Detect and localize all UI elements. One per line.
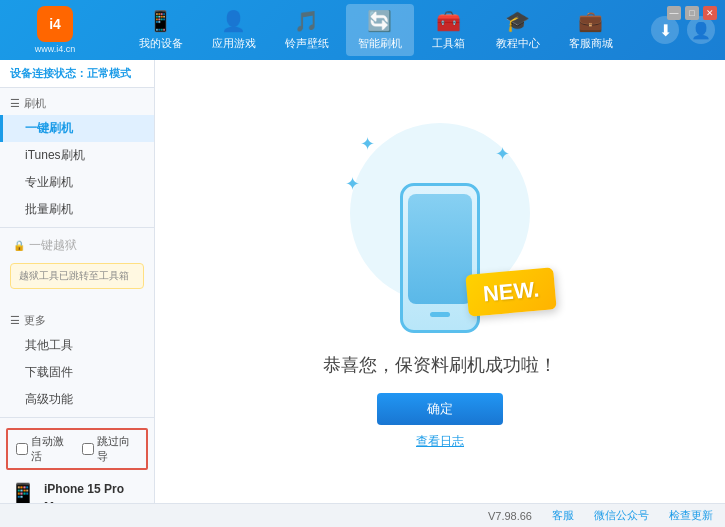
sidebar-bottom: 自动激活 跳过向导 📱 iPhone 15 Pro Max 512GB iPho… xyxy=(0,417,154,503)
status-bar: 设备连接状态：正常模式 xyxy=(0,60,154,88)
nav-smart-flash[interactable]: 🔄 智能刷机 xyxy=(346,4,414,56)
confirm-button[interactable]: 确定 xyxy=(377,393,503,425)
phone-home-button xyxy=(430,312,450,317)
logo-icon: i4 xyxy=(37,6,73,42)
my-device-icon: 📱 xyxy=(148,9,173,33)
main-layout: 设备连接状态：正常模式 ☰ 刷机 一键刷机 iTunes刷机 专业刷机 批量刷机 xyxy=(0,60,725,503)
apps-icon: 👤 xyxy=(221,9,246,33)
sidebar-divider-1 xyxy=(0,227,154,228)
sidebar-jailbreak: 🔒 一键越狱 xyxy=(0,232,154,259)
nav-toolbox[interactable]: 🧰 工具箱 xyxy=(419,4,479,56)
log-link[interactable]: 查看日志 xyxy=(416,433,464,450)
sidebar-other-tools[interactable]: 其他工具 xyxy=(0,332,154,359)
user-button[interactable]: 👤 xyxy=(687,16,715,44)
footer-item-2[interactable]: 检查更新 xyxy=(669,508,713,523)
sidebar-warning: 越狱工具已跳转至工具箱 xyxy=(10,263,144,289)
flash-label: 刷机 xyxy=(24,96,46,111)
tutorial-icon: 🎓 xyxy=(505,9,530,33)
smart-flash-icon: 🔄 xyxy=(367,9,392,33)
minimize-button[interactable]: — xyxy=(667,6,681,20)
window-controls: — □ ✕ xyxy=(667,6,717,20)
device-phone-icon: 📱 xyxy=(8,482,38,503)
nav-my-device[interactable]: 📱 我的设备 xyxy=(127,4,195,56)
sidebar-advanced[interactable]: 高级功能 xyxy=(0,386,154,413)
guide-checkbox[interactable] xyxy=(82,443,94,455)
phone-screen xyxy=(408,194,472,304)
more-label: 更多 xyxy=(24,313,46,328)
more-icon: ☰ xyxy=(10,314,20,327)
flash-section: ☰ 刷机 一键刷机 iTunes刷机 专业刷机 批量刷机 🔒 xyxy=(0,88,154,297)
flash-icon: ☰ xyxy=(10,97,20,110)
sidebar-pro-flash[interactable]: 专业刷机 xyxy=(0,169,154,196)
sidebar-one-click-flash[interactable]: 一键刷机 xyxy=(0,115,154,142)
device-name: iPhone 15 Pro Max xyxy=(44,480,146,503)
logo-subtitle: www.i4.cn xyxy=(35,44,76,54)
more-section: ☰ 更多 其他工具 下载固件 高级功能 xyxy=(0,305,154,417)
success-text: 恭喜您，保资料刷机成功啦！ xyxy=(323,353,557,377)
sparkle-2: ✦ xyxy=(495,143,510,165)
auto-activate-label[interactable]: 自动激活 xyxy=(16,434,72,464)
header: i4 www.i4.cn 📱 我的设备 👤 应用游戏 🎵 铃声壁纸 🔄 智能刷机 xyxy=(0,0,725,60)
nav-smart-flash-label: 智能刷机 xyxy=(358,36,402,51)
nav-toolbox-label: 工具箱 xyxy=(432,36,465,51)
nav-ringtones-label: 铃声壁纸 xyxy=(285,36,329,51)
nav-service-label: 客服商城 xyxy=(569,36,613,51)
device-info: 📱 iPhone 15 Pro Max 512GB iPhone xyxy=(0,474,154,503)
nav-apps-games[interactable]: 👤 应用游戏 xyxy=(200,4,268,56)
sidebar-download-firmware[interactable]: 下载固件 xyxy=(0,359,154,386)
toolbox-icon: 🧰 xyxy=(436,9,461,33)
sparkle-1: ✦ xyxy=(360,133,375,155)
sidebar: 设备连接状态：正常模式 ☰ 刷机 一键刷机 iTunes刷机 专业刷机 批量刷机 xyxy=(0,60,155,503)
nav-service[interactable]: 💼 客服商城 xyxy=(557,4,625,56)
maximize-button[interactable]: □ xyxy=(685,6,699,20)
device-checkbox-row: 自动激活 跳过向导 xyxy=(6,428,148,470)
phone-illustration: ✦ ✦ ✦ NEW. xyxy=(340,113,540,333)
footer: V7.98.66 客服 微信公众号 检查更新 xyxy=(0,503,725,527)
download-button[interactable]: ⬇ xyxy=(651,16,679,44)
version-label: V7.98.66 xyxy=(488,510,532,522)
header-right: ⬇ 👤 xyxy=(651,16,715,44)
device-details: iPhone 15 Pro Max 512GB iPhone xyxy=(44,480,146,503)
auto-activate-checkbox[interactable] xyxy=(16,443,28,455)
nav-apps-label: 应用游戏 xyxy=(212,36,256,51)
nav-tutorial[interactable]: 🎓 教程中心 xyxy=(484,4,552,56)
footer-item-0[interactable]: 客服 xyxy=(552,508,574,523)
sidebar-itunes-flash[interactable]: iTunes刷机 xyxy=(0,142,154,169)
ringtones-icon: 🎵 xyxy=(294,9,319,33)
sidebar-batch-flash[interactable]: 批量刷机 xyxy=(0,196,154,223)
flash-section-header: ☰ 刷机 xyxy=(0,92,154,115)
more-section-header: ☰ 更多 xyxy=(0,309,154,332)
nav-my-device-label: 我的设备 xyxy=(139,36,183,51)
nav-tutorial-label: 教程中心 xyxy=(496,36,540,51)
nav-ringtones[interactable]: 🎵 铃声壁纸 xyxy=(273,4,341,56)
status-label: 设备连接状态： xyxy=(10,67,87,79)
nav-bar: 📱 我的设备 👤 应用游戏 🎵 铃声壁纸 🔄 智能刷机 🧰 工具箱 🎓 xyxy=(110,4,641,56)
status-value: 正常模式 xyxy=(87,67,131,79)
guide-label[interactable]: 跳过向导 xyxy=(82,434,138,464)
service-icon: 💼 xyxy=(578,9,603,33)
logo: i4 www.i4.cn xyxy=(10,6,100,54)
content-area: ✦ ✦ ✦ NEW. 恭喜您，保资料刷机成功啦！ 确定 查看日志 xyxy=(155,60,725,503)
new-badge: NEW. xyxy=(465,267,557,317)
sparkle-3: ✦ xyxy=(345,173,360,195)
close-button[interactable]: ✕ xyxy=(703,6,717,20)
footer-item-1[interactable]: 微信公众号 xyxy=(594,508,649,523)
